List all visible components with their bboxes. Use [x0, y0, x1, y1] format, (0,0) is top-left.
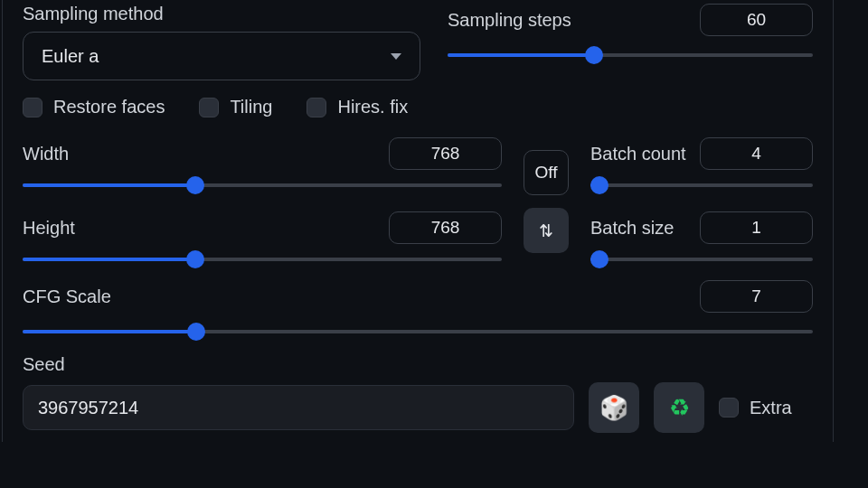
seed-input[interactable]: 3967957214	[23, 385, 574, 430]
height-value: 768	[431, 218, 460, 238]
restore-faces-checkbox[interactable]: Restore faces	[23, 97, 165, 117]
width-input[interactable]: 768	[389, 137, 502, 170]
width-slider[interactable]	[23, 179, 502, 192]
cfg-scale-label: CFG Scale	[23, 286, 111, 307]
chevron-down-icon	[391, 53, 401, 60]
off-button[interactable]: Off	[524, 150, 569, 195]
sampling-method-label: Sampling method	[23, 4, 420, 24]
batch-count-field: Batch count 4	[590, 137, 813, 192]
batch-count-slider[interactable]	[590, 179, 813, 192]
swap-dimensions-button[interactable]: ⇅	[524, 208, 569, 253]
cfg-scale-slider[interactable]	[23, 325, 813, 338]
tiling-label: Tiling	[230, 97, 272, 117]
width-value: 768	[431, 144, 460, 164]
height-slider[interactable]	[23, 253, 502, 266]
extra-label: Extra	[750, 398, 792, 418]
width-label: Width	[23, 144, 69, 164]
batch-size-input[interactable]: 1	[700, 211, 813, 244]
sampling-row: Sampling method Euler a Sampling steps 6…	[23, 4, 813, 80]
dice-icon: 🎲	[599, 394, 628, 422]
sampling-steps-label: Sampling steps	[448, 10, 571, 31]
seed-field: Seed 3967957214 🎲 ♻ Extra	[23, 354, 813, 433]
height-field: Height 768	[23, 211, 502, 266]
off-button-label: Off	[535, 163, 558, 183]
sampling-method-value: Euler a	[42, 46, 99, 67]
sampling-steps-field: Sampling steps 60	[448, 4, 813, 61]
height-label: Height	[23, 218, 75, 239]
batch-column: Batch count 4 Batch size 1	[590, 137, 813, 266]
batch-count-value: 4	[751, 144, 761, 164]
reuse-seed-button[interactable]: ♻	[654, 382, 704, 433]
batch-size-field: Batch size 1	[590, 211, 813, 266]
dimensions-left: Width 768 Height 768	[23, 137, 502, 266]
dimensions-buttons: Off ⇅	[524, 150, 569, 253]
cfg-scale-value: 7	[751, 286, 761, 306]
cfg-scale-field: CFG Scale 7	[23, 280, 813, 338]
checkbox-box	[307, 98, 326, 117]
swap-icon: ⇅	[539, 221, 553, 241]
sampling-method-dropdown[interactable]: Euler a	[23, 32, 420, 80]
sampling-steps-input[interactable]: 60	[700, 4, 813, 36]
batch-size-slider[interactable]	[590, 253, 813, 266]
hires-fix-checkbox[interactable]: Hires. fix	[307, 97, 408, 117]
batch-size-label: Batch size	[590, 218, 674, 239]
checkbox-box	[23, 98, 42, 117]
recycle-icon: ♻	[669, 394, 690, 422]
checkbox-box	[199, 98, 219, 117]
seed-value: 3967957214	[38, 398, 138, 418]
batch-count-input[interactable]: 4	[700, 137, 813, 170]
options-checkboxes: Restore faces Tiling Hires. fix	[23, 97, 813, 117]
seed-label: Seed	[23, 354, 813, 375]
hires-fix-label: Hires. fix	[337, 97, 408, 117]
sampling-steps-value: 60	[747, 10, 766, 30]
random-seed-button[interactable]: 🎲	[589, 382, 639, 433]
cfg-scale-input[interactable]: 7	[700, 280, 813, 313]
width-field: Width 768	[23, 137, 502, 192]
extra-checkbox[interactable]: Extra	[719, 398, 792, 418]
sampling-method-field: Sampling method Euler a	[23, 4, 420, 80]
batch-size-value: 1	[751, 218, 761, 238]
batch-count-label: Batch count	[590, 144, 686, 164]
checkbox-box	[719, 398, 739, 418]
tiling-checkbox[interactable]: Tiling	[199, 97, 272, 117]
sampling-steps-slider[interactable]	[448, 49, 813, 61]
generation-settings-panel: Sampling method Euler a Sampling steps 6…	[2, 0, 834, 442]
height-input[interactable]: 768	[389, 211, 502, 244]
dimensions-row: Width 768 Height 768	[23, 137, 813, 266]
restore-faces-label: Restore faces	[53, 97, 165, 117]
